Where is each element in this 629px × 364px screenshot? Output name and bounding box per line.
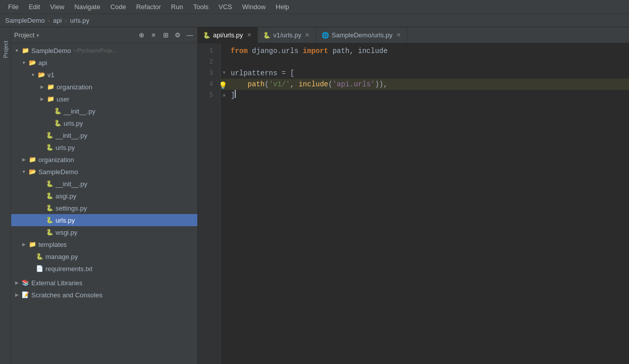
tree-file-urls-v1[interactable]: ▶ 🐍 urls.py [11,117,197,129]
menu-item-run[interactable]: Run [167,2,187,12]
func-path: path [248,79,265,90]
tab-sampledemo-urls[interactable]: 🌐 SampleDemo/urls.py ✕ [317,27,408,43]
tree-file-requirements[interactable]: ▶ 📄 requirements.txt [11,263,197,275]
settings-icon: 🐍 [45,204,54,212]
code-editor[interactable]: 1 2 3 4 5 from django.urls import path, … [198,43,629,364]
panel-toolbar: Project ▾ ⊕ ≡ ⊞ ⚙ — [11,27,197,43]
manage-icon: 🐍 [35,252,43,261]
breadcrumb: SampleDemo › api › urls.py [0,14,629,27]
tab-api-urls[interactable]: 🐍 api/urls.py ✕ [198,27,258,43]
line-num-1: 1 [198,45,216,57]
root-arrow: ▾ [13,47,20,54]
tree-external-libs[interactable]: ▶ 📚 External Libraries [11,277,197,289]
tab-v1-urls-close[interactable]: ✕ [304,32,311,39]
init-api-icon: 🐍 [45,131,54,139]
requirements-label: requirements.txt [45,265,92,273]
menu-item-view[interactable]: View [46,2,68,12]
urls-api-icon: 🐍 [45,143,54,151]
punct-close-bracket: ] [231,90,235,101]
templates-label: templates [38,241,67,248]
expand-all-button[interactable]: ⊞ [161,31,170,40]
wsgi-icon: 🐍 [45,228,54,236]
asgi-label: asgi.py [56,192,76,200]
urls-sd-icon: 🐍 [45,216,54,224]
v1-label: v1 [47,71,55,79]
tree-folder-api[interactable]: ▾ 📂 api [11,57,197,69]
menu-item-edit[interactable]: Edit [25,2,44,12]
tab-sampledemo-urls-icon: 🌐 [322,32,329,39]
panel-title: Project ▾ [14,31,134,39]
menu-item-help[interactable]: Help [272,2,293,12]
file-tree: ▾ 📁 SampleDemo ~/PycharmProje... ▾ 📂 api… [11,43,197,364]
tree-folder-v1[interactable]: ▾ 📂 v1 [11,69,197,81]
breadcrumb-api[interactable]: api [53,17,62,24]
tab-api-urls-icon: 🐍 [203,32,211,39]
menu-item-navigate[interactable]: Navigate [70,2,104,12]
line-num-5: 5 [198,90,216,101]
panel-settings-button[interactable]: ⚙ [173,31,182,40]
tree-folder-org-v1[interactable]: ▶ 📁 organization [11,81,197,93]
root-label: SampleDemo [31,47,71,55]
tree-folder-sampledemo[interactable]: ▾ 📂 SampleDemo [11,166,197,178]
menu-item-vcs[interactable]: VCS [215,2,236,12]
menu-item-code[interactable]: Code [107,2,130,12]
templates-folder-icon: 📁 [28,240,36,248]
init-v1-icon: 🐍 [54,107,62,115]
tab-sampledemo-urls-close[interactable]: ✕ [395,32,402,39]
tree-file-wsgi[interactable]: ▶ 🐍 wsgi.py [11,226,197,238]
module-django: django.urls [248,45,303,57]
func-include: include [298,79,328,90]
fold-arrow-5[interactable]: ▲ [223,90,226,101]
tree-file-settings[interactable]: ▶ 🐍 settings.py [11,202,197,214]
init-v1-label: __init__.py [64,108,95,115]
tree-file-urls-api[interactable]: ▶ 🐍 urls.py [11,141,197,153]
tab-api-urls-label: api/urls.py [213,31,243,39]
tab-v1-urls[interactable]: 🐍 v1/urls.py ✕ [258,27,317,43]
string-api-urls: 'api.urls' [333,79,375,90]
code-line-3: ▼ urlpatterns = [ [231,68,629,79]
breadcrumb-file[interactable]: urls.py [70,17,89,24]
tab-api-urls-close[interactable]: ✕ [245,32,252,39]
tree-file-manage[interactable]: ▶ 🐍 manage.py [11,250,197,263]
panel-close-button[interactable]: — [185,31,194,40]
indent-4 [231,79,248,90]
org-root-arrow: ▶ [20,156,27,163]
tree-file-asgi[interactable]: ▶ 🐍 asgi.py [11,190,197,202]
punct-assign: = [ [277,68,294,79]
init-sd-label: __init__.py [56,180,87,188]
collapse-all-button[interactable]: ≡ [149,31,158,40]
menu-item-tools[interactable]: Tools [189,2,213,12]
api-label: api [38,59,47,67]
urls-api-label: urls.py [56,144,75,151]
project-panel: Project ▾ ⊕ ≡ ⊞ ⚙ — ▾ 📁 SampleDemo ~/Pyc… [11,27,198,364]
ext-libs-icon: 📚 [21,279,29,287]
tree-folder-user-v1[interactable]: ▶ 📁 user [11,93,197,105]
org-root-folder-icon: 📁 [28,155,36,164]
org-v1-arrow: ▶ [38,83,45,90]
tree-scratches[interactable]: ▶ 📝 Scratches and Consoles [11,289,197,301]
urls-v1-icon: 🐍 [54,119,62,127]
code-content[interactable]: from django.urls import path, include ▼ … [221,43,629,364]
tree-folder-org-root[interactable]: ▶ 📁 organization [11,153,197,166]
user-v1-arrow: ▶ [38,95,45,102]
tree-folder-templates[interactable]: ▶ 📁 templates [11,238,197,250]
urls-sd-label: urls.py [56,217,75,224]
locate-in-tree-button[interactable]: ⊕ [137,31,146,40]
menu-item-window[interactable]: Window [238,2,270,12]
tree-file-init-sd[interactable]: ▶ 🐍 __init__.py [11,178,197,190]
tree-root[interactable]: ▾ 📁 SampleDemo ~/PycharmProje... [11,44,197,57]
menu-item-file[interactable]: File [4,2,23,12]
tree-file-urls-sd[interactable]: ▶ 🐍 urls.py [11,214,197,226]
root-folder-icon: 📁 [21,46,29,55]
tree-file-init-v1[interactable]: ▶ 🐍 __init__.py [11,105,197,117]
api-arrow: ▾ [20,59,27,66]
scratches-label: Scratches and Consoles [31,291,102,299]
menu-item-refactor[interactable]: Refactor [132,2,165,12]
templates-arrow: ▶ [20,241,27,248]
ext-libs-arrow: ▶ [13,279,20,286]
project-panel-toggle[interactable]: Project [0,29,11,70]
tree-file-init-api[interactable]: ▶ 🐍 __init__.py [11,129,197,141]
breadcrumb-project[interactable]: SampleDemo [5,17,45,24]
fold-arrow-3[interactable]: ▼ [223,68,226,79]
punct-open-inc: ( [328,79,332,90]
